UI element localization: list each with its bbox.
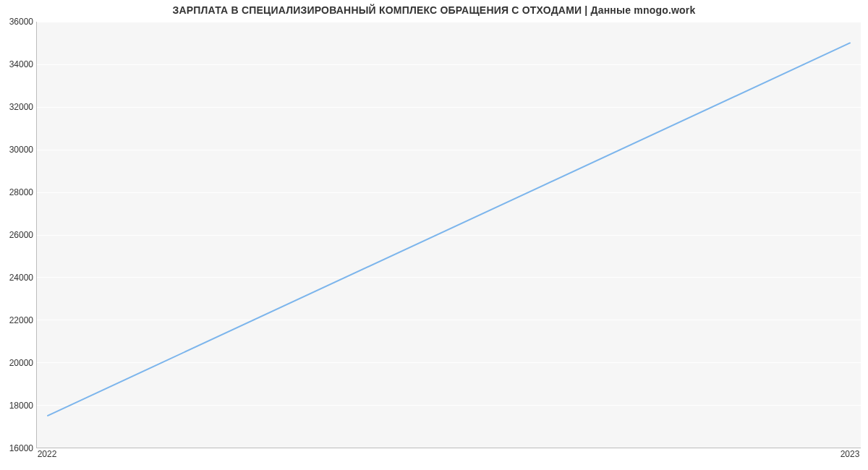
y-tick-label: 26000 <box>9 230 33 240</box>
y-tick-label: 30000 <box>9 145 33 155</box>
plot-area <box>36 22 861 448</box>
line-layer <box>37 22 861 448</box>
series-line <box>48 43 850 415</box>
y-tick-label: 28000 <box>9 187 33 197</box>
x-tick-label: 2023 <box>841 449 860 459</box>
y-tick-label: 32000 <box>9 102 33 112</box>
y-tick-label: 22000 <box>9 315 33 325</box>
x-tick-label: 2022 <box>38 449 57 459</box>
y-tick-label: 24000 <box>9 273 33 283</box>
chart-title: ЗАРПЛАТА В СПЕЦИАЛИЗИРОВАННЫЙ КОМПЛЕКС О… <box>0 4 868 16</box>
y-tick-label: 34000 <box>9 59 33 69</box>
chart-container: ЗАРПЛАТА В СПЕЦИАЛИЗИРОВАННЫЙ КОМПЛЕКС О… <box>0 0 868 470</box>
y-tick-label: 20000 <box>9 358 33 368</box>
y-tick-label: 18000 <box>9 401 33 411</box>
y-tick-label: 16000 <box>9 443 33 453</box>
y-tick-label: 36000 <box>9 17 33 27</box>
